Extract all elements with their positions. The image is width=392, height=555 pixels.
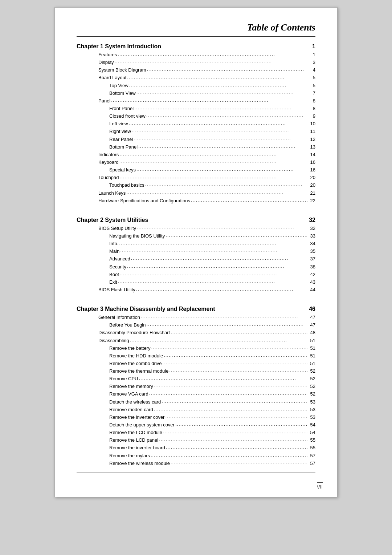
entry-page: 32 [308, 225, 315, 232]
entry-text: Remove the LCD module [109, 429, 162, 436]
entry-text: Display [98, 59, 114, 66]
toc-entry: Navigating the BIOS Utility ............… [77, 232, 315, 240]
entry-dots: ........................................… [163, 428, 307, 436]
entry-text: Detach the wireless card [109, 398, 161, 406]
entry-text: Exit [109, 279, 117, 286]
entry-page: 20 [308, 182, 315, 189]
entry-page: 5 [308, 74, 315, 81]
toc-entry: Rear Panel .............................… [77, 136, 315, 143]
toc-container: Chapter 1 System Introduction1Features .… [77, 43, 315, 473]
toc-entry: Touchpad ...............................… [77, 174, 315, 182]
page: Table of Contents Chapter 1 System Intro… [54, 7, 338, 497]
entry-page: 7 [308, 90, 315, 97]
entry-dots: ........................................… [141, 313, 307, 321]
toc-entry: Disassembling ..........................… [77, 337, 315, 345]
entry-dots: ........................................… [147, 66, 307, 73]
entry-text: Right view [109, 128, 131, 135]
toc-entry: Remove the combo drive .................… [77, 360, 315, 368]
chapter-row-ch1: Chapter 1 System Introduction1 [77, 43, 315, 50]
entry-page: 1 [308, 51, 315, 58]
toc-entry: Disassembly Procedure Flowchart ........… [77, 329, 315, 337]
entry-text: BIOS Setup Utility [98, 225, 136, 232]
entry-page: 35 [308, 248, 315, 255]
entry-dots: ........................................… [171, 328, 307, 336]
entry-page: 47 [308, 321, 315, 329]
entry-text: Keyboard [98, 159, 119, 166]
section-divider [77, 473, 315, 473]
toc-entry: Remove the HDD module ..................… [77, 352, 315, 360]
entry-text: Main [109, 248, 119, 255]
toc-entry: Remove the mylars ......................… [77, 452, 315, 460]
entry-text: Remove the wireless module [109, 460, 170, 467]
entry-page: 52 [308, 368, 315, 375]
entry-dots: ........................................… [134, 135, 307, 143]
entry-text: Remove the HDD module [109, 352, 163, 360]
entry-dots: ........................................… [132, 127, 307, 135]
entry-page: 38 [308, 263, 315, 271]
toc-entry: Closed front view ......................… [77, 113, 315, 120]
entry-dots: ........................................… [175, 421, 307, 428]
entry-dots: ........................................… [136, 285, 307, 293]
chapter-page-ch1: 1 [312, 43, 315, 50]
entry-dots: ........................................… [164, 352, 307, 359]
toc-entry: Info. ..................................… [77, 240, 315, 248]
toc-entry: System Block Diagram ...................… [77, 66, 315, 74]
entry-text: Remove the thermal module [109, 368, 168, 375]
toc-entry: Bottom Panel ...........................… [77, 143, 315, 151]
toc-entry: Main ...................................… [77, 248, 315, 255]
entry-page: 44 [308, 286, 315, 293]
toc-entry: Hardware Specifications and Configuratio… [77, 197, 315, 205]
toc-entry: Keyboard ...............................… [77, 159, 315, 166]
entry-dots: ........................................… [151, 451, 307, 459]
chapter-row-ch3: Chapter 3 Machine Disassembly and Replac… [77, 306, 315, 312]
entry-page: 57 [308, 452, 315, 459]
entry-dots: ........................................… [118, 278, 307, 285]
entry-dots: ........................................… [165, 413, 307, 421]
entry-page: 12 [308, 136, 315, 143]
entry-text: Front Panel [109, 105, 134, 112]
entry-dots: ........................................… [154, 382, 307, 390]
entry-text: Remove the LCD panel [109, 437, 158, 444]
toc-entry: Touchpad basics ........................… [77, 182, 315, 189]
entry-dots: ........................................… [146, 321, 307, 328]
entry-page: 3 [308, 59, 315, 66]
entry-dots: ........................................… [139, 374, 307, 382]
entry-dots: ........................................… [131, 255, 307, 262]
toc-entry: Left view ..............................… [77, 120, 315, 128]
entry-page: 21 [308, 190, 315, 197]
entry-text: Left view [109, 120, 128, 127]
entry-page: 16 [308, 166, 315, 174]
entry-dots: ........................................… [129, 81, 307, 89]
entry-page: 5 [308, 82, 315, 89]
section-divider [77, 299, 315, 299]
toc-entry: Board Layout ...........................… [77, 74, 315, 82]
entry-dots: ........................................… [191, 197, 307, 204]
entry-page: 48 [308, 329, 315, 336]
chapter-label-ch1: Chapter 1 System Introduction [77, 43, 161, 50]
entry-page: 20 [308, 174, 315, 181]
chapter-row-ch2: Chapter 2 System Utilities32 [77, 217, 315, 223]
toc-entry: Exit ...................................… [77, 279, 315, 286]
entry-dots: ........................................… [136, 89, 307, 97]
entry-text: Navigating the BIOS Utility [109, 232, 165, 240]
entry-page: 10 [308, 120, 315, 127]
entry-page: 43 [308, 279, 315, 286]
entry-page: 52 [308, 390, 315, 398]
entry-dots: ........................................… [136, 166, 307, 173]
entry-dots: ........................................… [127, 73, 307, 81]
page-title: Table of Contents [77, 22, 315, 37]
toc-entry: BIOS Setup Utility .....................… [77, 225, 315, 232]
entry-page: 52 [308, 375, 315, 382]
toc-entry: Boot ...................................… [77, 271, 315, 279]
entry-text: Features [98, 51, 117, 58]
entry-text: General Information [98, 314, 140, 321]
toc-entry: Front Panel ............................… [77, 105, 315, 113]
toc-entry: Detach the upper system cover ..........… [77, 421, 315, 429]
entry-page: 42 [308, 271, 315, 278]
toc-entry: Display ................................… [77, 59, 315, 66]
entry-text: Remove the mylars [109, 452, 150, 459]
entry-dots: ........................................… [137, 224, 307, 232]
entry-dots: ........................................… [134, 104, 307, 112]
entry-page: 57 [308, 460, 315, 467]
toc-entry: Panel ..................................… [77, 97, 315, 105]
